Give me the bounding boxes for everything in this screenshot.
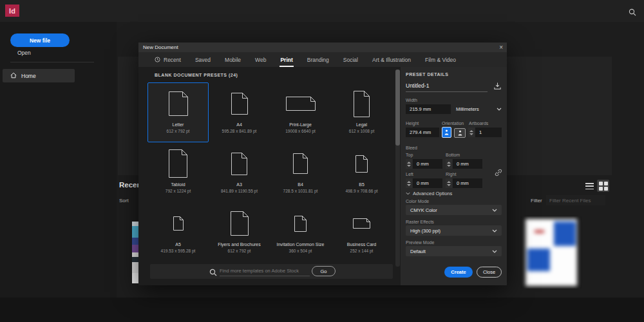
app-screen: Id New file Open Home Recent Sort Filter…: [0, 0, 644, 322]
preset-size: 728.5 x 1031.81 pt: [283, 189, 318, 193]
tab-label: Art & Illustration: [372, 57, 411, 63]
preview-mode-dropdown[interactable]: Default: [406, 246, 502, 256]
document-page-icon: [354, 87, 370, 120]
tab-art-illustration[interactable]: Art & Illustration: [365, 52, 418, 67]
preset-name: B5: [359, 182, 365, 187]
preset-print-large[interactable]: Print-Large19008 x 6640 pt: [270, 82, 331, 142]
bleed-top-stepper[interactable]: [406, 159, 412, 169]
preset-name: Invitation Common Size: [277, 242, 325, 247]
orientation-label: Orientation: [442, 121, 464, 126]
preset-size: 419.53 x 595.28 pt: [161, 249, 196, 253]
chevron-down-icon: [492, 228, 497, 234]
indesign-logo: Id: [5, 5, 19, 17]
recent-file-thumbnail[interactable]: [520, 216, 582, 289]
bleed-link-icon[interactable]: [495, 169, 502, 178]
preset-business-card[interactable]: Business Card252 x 144 pt: [331, 202, 392, 262]
color-mode-label: Color Mode: [406, 199, 429, 204]
width-input[interactable]: 215.9 mm: [406, 104, 451, 114]
sort-control[interactable]: Sort: [119, 198, 129, 204]
document-page-icon: [286, 87, 316, 120]
tab-film-video[interactable]: Film & Video: [418, 52, 463, 67]
artboards-stepper[interactable]: [468, 128, 475, 137]
preset-name: B4: [298, 182, 303, 187]
list-view-icon[interactable]: [585, 183, 594, 189]
save-preset-icon[interactable]: [493, 82, 502, 91]
home-sidebar: [0, 22, 117, 298]
preset-b4[interactable]: B4728.5 x 1031.81 pt: [270, 142, 331, 202]
bleed-right-stepper[interactable]: [446, 178, 452, 188]
chevron-down-icon: [406, 191, 410, 196]
preset-size: 498.9 x 708.66 pt: [345, 189, 377, 193]
preset-size: 792 x 1224 pt: [166, 189, 191, 193]
document-name-field[interactable]: Untitled-1: [406, 82, 488, 92]
preset-legal[interactable]: Legal612 x 1008 pt: [331, 82, 392, 142]
preset-size: 612 x 1008 pt: [349, 129, 374, 133]
tab-print[interactable]: Print: [273, 52, 299, 67]
chevron-down-icon: [492, 207, 497, 213]
bleed-left-label: Left: [406, 172, 413, 176]
preset-a4[interactable]: A4595.28 x 841.89 pt: [209, 82, 270, 142]
bleed-top-label: Top: [406, 153, 413, 157]
preset-flyers-and-brochures[interactable]: Flyers and Brochures612 x 792 pt: [209, 202, 270, 262]
thumbnail-preview: [526, 219, 577, 286]
preset-size: 612 x 792 pt: [167, 129, 190, 133]
tab-web[interactable]: Web: [248, 52, 273, 67]
create-button[interactable]: Create: [444, 267, 473, 278]
document-page-icon: [231, 147, 247, 180]
preset-details-panel: PRESET DETAILS Untitled-1 Width 215.9 mm…: [401, 67, 507, 285]
close-button[interactable]: Close: [477, 267, 502, 278]
advanced-options-toggle[interactable]: Advanced Options: [406, 191, 452, 196]
bleed-right-input[interactable]: 0 mm: [453, 178, 482, 188]
height-input[interactable]: 279.4 mm: [406, 128, 439, 137]
orientation-landscape-icon[interactable]: [454, 128, 466, 138]
sidebar-home-label: Home: [21, 73, 36, 79]
tab-label: Print: [280, 57, 292, 63]
open-button[interactable]: Open: [17, 50, 31, 56]
tab-recent[interactable]: Recent: [147, 52, 188, 67]
tab-saved[interactable]: Saved: [188, 52, 218, 67]
preset-size: 595.28 x 841.89 pt: [222, 129, 257, 133]
tab-social[interactable]: Social: [336, 52, 365, 67]
tab-branding[interactable]: Branding: [300, 52, 336, 67]
tab-label: Branding: [307, 57, 329, 63]
bleed-bottom-stepper[interactable]: [446, 159, 452, 169]
dialog-close-icon[interactable]: ×: [499, 43, 503, 52]
raster-effects-dropdown[interactable]: High (300 ppi): [406, 225, 502, 236]
color-mode-dropdown[interactable]: CMYK Color: [406, 205, 502, 215]
presets-scrollbar[interactable]: [395, 70, 400, 267]
bleed-left-stepper[interactable]: [406, 178, 412, 188]
preset-details-heading: PRESET DETAILS: [406, 72, 448, 77]
preset-invitation-common-size[interactable]: Invitation Common Size360 x 504 pt: [270, 202, 331, 262]
preset-size: 360 x 504 pt: [289, 249, 312, 253]
preview-mode-value: Default: [410, 249, 426, 254]
units-dropdown[interactable]: Millimeters: [456, 104, 502, 114]
stock-search-input[interactable]: [220, 266, 310, 276]
dialog-titlebar: New Document ×: [138, 43, 507, 52]
tab-mobile[interactable]: Mobile: [218, 52, 248, 67]
grid-view-icon[interactable]: [597, 180, 609, 192]
sidebar-item-home[interactable]: Home: [3, 69, 75, 82]
orientation-portrait-icon[interactable]: [442, 127, 451, 138]
preset-tabloid[interactable]: Tabloid792 x 1224 pt: [147, 142, 209, 202]
preset-a3[interactable]: A3841.89 x 1190.55 pt: [209, 142, 270, 202]
scrollbar-thumb[interactable]: [395, 70, 400, 146]
presets-grid: Letter612 x 792 ptA4595.28 x 841.89 ptPr…: [147, 82, 393, 262]
document-page-icon: [231, 87, 248, 120]
go-button[interactable]: Go: [312, 266, 336, 276]
app-search-icon[interactable]: [629, 7, 636, 15]
artboards-input[interactable]: 1: [475, 128, 502, 137]
sidebar-divider: [10, 62, 94, 62]
bleed-bottom-input[interactable]: 0 mm: [453, 159, 482, 169]
width-label: Width: [406, 98, 417, 102]
preset-b5[interactable]: B5498.9 x 708.66 pt: [331, 142, 392, 202]
units-value: Millimeters: [456, 106, 479, 112]
dialog-title: New Document: [143, 44, 178, 50]
bleed-top-input[interactable]: 0 mm: [413, 159, 442, 169]
preset-letter[interactable]: Letter612 x 792 pt: [147, 82, 209, 142]
preset-a5[interactable]: A5419.53 x 595.28 pt: [147, 202, 209, 262]
new-file-button[interactable]: New file: [10, 33, 70, 47]
bleed-left-input[interactable]: 0 mm: [413, 178, 442, 188]
height-label: Height: [406, 121, 419, 126]
bottom-band: [0, 298, 644, 322]
filter-input[interactable]: [546, 195, 605, 205]
